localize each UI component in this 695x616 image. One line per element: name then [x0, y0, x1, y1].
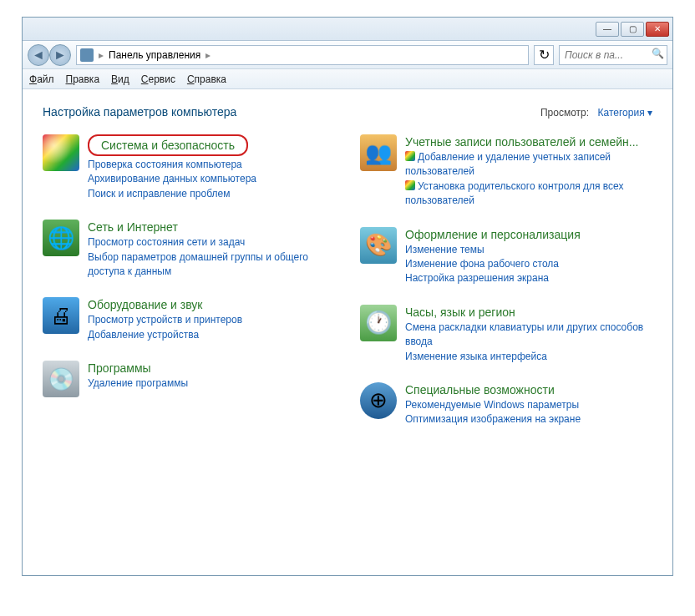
control-panel-window: — ▢ ✕ ◄ ► ▸ Панель управления ▸ ↻ 🔍 Файл…	[22, 17, 673, 576]
category-programs: 💿 Программы Удаление программы	[43, 361, 335, 397]
link-uninstall[interactable]: Удаление программы	[88, 376, 335, 391]
link-network-status[interactable]: Просмотр состояния сети и задач	[88, 235, 335, 250]
category-title-programs[interactable]: Программы	[88, 361, 151, 375]
menu-file[interactable]: Файл	[29, 73, 54, 85]
uac-shield-icon	[405, 180, 415, 190]
right-column: 👥 Учетные записи пользователей и семейн.…	[360, 134, 652, 427]
link-devices[interactable]: Просмотр устройств и принтеров	[88, 313, 335, 327]
link-add-device[interactable]: Добавление устройства	[88, 328, 335, 342]
link-optimize-display[interactable]: Оптимизация изображения на экране	[405, 412, 652, 427]
category-clock: 🕐 Часы, язык и регион Смена раскладки кл…	[360, 305, 652, 364]
link-resolution[interactable]: Настройка разрешения экрана	[405, 271, 652, 285]
content-area: Настройка параметров компьютера Просмотр…	[23, 89, 672, 573]
left-column: Система и безопасность Проверка состояни…	[43, 134, 335, 427]
category-title-clock[interactable]: Часы, язык и регион	[405, 305, 515, 319]
category-title-system[interactable]: Система и безопасность	[88, 134, 248, 156]
link-parental[interactable]: Установка родительского контроля для все…	[405, 179, 652, 209]
link-check-status[interactable]: Проверка состояния компьютера	[88, 158, 335, 172]
printer-icon: 🖨	[43, 297, 79, 334]
category-network: 🌐 Сеть и Интернет Просмотр состояния сет…	[43, 220, 335, 279]
category-title-hardware[interactable]: Оборудование и звук	[88, 298, 203, 311]
link-manage-accounts[interactable]: Добавление и удаление учетных записей по…	[405, 150, 652, 179]
view-selector: Просмотр: Категория ▾	[540, 104, 652, 119]
category-title-network[interactable]: Сеть и Интернет	[88, 220, 178, 234]
close-button[interactable]: ✕	[646, 22, 669, 37]
menu-help[interactable]: Справка	[187, 73, 226, 85]
view-dropdown[interactable]: Категория ▾	[598, 107, 652, 119]
category-users: 👥 Учетные записи пользователей и семейн.…	[360, 134, 652, 209]
link-troubleshoot[interactable]: Поиск и исправление проблем	[88, 187, 335, 201]
view-label: Просмотр:	[540, 107, 589, 119]
address-bar[interactable]: ▸ Панель управления ▸	[76, 45, 529, 65]
back-button[interactable]: ◄	[28, 44, 49, 66]
category-columns: Система и безопасность Проверка состояни…	[43, 134, 652, 427]
forward-button[interactable]: ►	[49, 44, 71, 66]
breadcrumb-sep-icon: ▸	[99, 49, 104, 61]
titlebar: — ▢ ✕	[23, 18, 672, 41]
category-hardware: 🖨 Оборудование и звук Просмотр устройств…	[43, 297, 335, 342]
page-title: Настройка параметров компьютера	[43, 105, 236, 119]
users-icon: 👥	[360, 134, 397, 171]
link-backup[interactable]: Архивирование данных компьютера	[88, 172, 335, 186]
link-homegroup[interactable]: Выбор параметров домашней группы и общег…	[88, 250, 335, 280]
link-recommended[interactable]: Рекомендуемые Windows параметры	[405, 398, 652, 412]
shield-icon	[43, 134, 79, 171]
maximize-button[interactable]: ▢	[621, 22, 644, 37]
category-title-appearance[interactable]: Оформление и персонализация	[405, 228, 581, 241]
minimize-button[interactable]: —	[596, 22, 619, 37]
clock-icon: 🕐	[360, 305, 397, 341]
menubar: Файл Правка Вид Сервис Справка	[23, 69, 672, 89]
control-panel-icon	[80, 48, 94, 62]
disc-icon: 💿	[43, 361, 79, 397]
search-icon: 🔍	[652, 48, 664, 59]
navbar: ◄ ► ▸ Панель управления ▸ ↻ 🔍	[23, 41, 672, 69]
category-title-ease[interactable]: Специальные возможности	[405, 383, 555, 396]
menu-tools[interactable]: Сервис	[141, 73, 175, 85]
menu-edit[interactable]: Правка	[66, 73, 100, 85]
refresh-button[interactable]: ↻	[534, 45, 554, 65]
category-system: Система и безопасность Проверка состояни…	[43, 134, 335, 201]
link-theme[interactable]: Изменение темы	[405, 243, 652, 257]
content-header: Настройка параметров компьютера Просмотр…	[43, 104, 652, 119]
menu-view[interactable]: Вид	[111, 73, 129, 85]
link-language[interactable]: Изменение языка интерфейса	[405, 350, 652, 364]
globe-icon: 🌐	[43, 220, 79, 256]
breadcrumb-title[interactable]: Панель управления	[109, 49, 200, 61]
category-ease: ⊕ Специальные возможности Рекомендуемые …	[360, 382, 652, 427]
breadcrumb-sep-icon: ▸	[205, 49, 211, 61]
category-appearance: 🎨 Оформление и персонализация Изменение …	[360, 227, 652, 286]
link-keyboard[interactable]: Смена раскладки клавиатуры или других сп…	[405, 321, 652, 350]
nav-arrows: ◄ ►	[28, 44, 71, 66]
ease-of-access-icon: ⊕	[360, 382, 397, 419]
uac-shield-icon	[405, 151, 415, 161]
category-title-users[interactable]: Учетные записи пользователей и семейн...	[405, 135, 638, 149]
link-wallpaper[interactable]: Изменение фона рабочего стола	[405, 257, 652, 271]
palette-icon: 🎨	[360, 227, 397, 264]
